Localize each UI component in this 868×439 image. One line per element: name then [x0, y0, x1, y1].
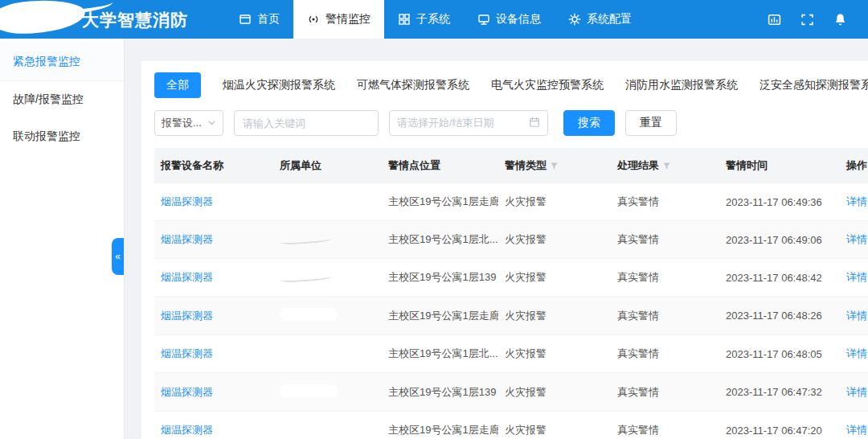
device-name-link[interactable]: 烟温探测器	[161, 347, 213, 359]
device-name-link[interactable]: 烟温探测器	[161, 195, 213, 207]
search-button[interactable]: 搜索	[563, 110, 615, 136]
table-row: 烟温探测器主校区19号公寓1层走廊4火灾报警真实警情2023-11-17 06:…	[154, 183, 868, 221]
device-name-link[interactable]: 烟温探测器	[161, 233, 213, 245]
device-name-link[interactable]: 烟温探测器	[161, 310, 213, 322]
location-cell: 主校区19号公寓1层走廊4	[388, 424, 498, 436]
column-label: 警情点位置	[388, 159, 440, 171]
device-icon	[477, 13, 490, 26]
grid-icon	[398, 13, 411, 26]
tab-0[interactable]: 全部	[154, 72, 201, 98]
column-header-5: 警情时间	[719, 148, 840, 183]
device-type-select[interactable]: 报警设...	[154, 110, 223, 136]
alarm-time-cell: 2023-11-17 06:47:20	[726, 425, 822, 437]
nav-item-2[interactable]: 子系统	[384, 0, 464, 39]
calendar-icon	[529, 117, 540, 130]
filter-bar: 报警设... 请选择开始/结束日期 搜索 重置	[154, 110, 868, 136]
alarm-type-cell: 火灾报警	[505, 271, 547, 283]
column-label: 报警设备名称	[161, 159, 223, 171]
tab-4[interactable]: 消防用水监测报警系统	[625, 72, 738, 98]
sidebar: 紧急报警监控故障/报警监控联动报警监控	[0, 39, 125, 439]
reset-button[interactable]: 重置	[625, 110, 677, 136]
detail-link[interactable]: 详情	[846, 271, 867, 283]
main-content: 全部烟温火灾探测报警系统可燃气体探测报警系统电气火灾监控预警系统消防用水监测报警…	[125, 39, 868, 439]
unit-cell	[273, 373, 382, 412]
column-header-4: 处理结果	[611, 148, 719, 183]
location-cell: 主校区19号公寓1层走廊4	[388, 195, 498, 207]
location-cell: 主校区19号公寓1层北...	[388, 347, 498, 359]
device-name-link[interactable]: 烟温探测器	[161, 271, 213, 283]
alarm-type-cell: 火灾报警	[505, 195, 547, 207]
unit-cell	[273, 412, 382, 439]
detail-link[interactable]: 详情	[846, 310, 867, 322]
table-row: 烟温探测器主校区19号公寓1层139火灾报警真实警情2023-11-17 06:…	[154, 259, 868, 297]
alarm-type-cell: 火灾报警	[505, 310, 547, 322]
table-row: 烟温探测器主校区19号公寓1层走廊4火灾报警真实警情2023-11-17 06:…	[154, 297, 868, 335]
sidebar-item-2[interactable]: 联动报警监控	[0, 118, 124, 155]
alarm-time-cell: 2023-11-17 06:49:06	[726, 234, 822, 246]
table-row: 烟温探测器主校区19号公寓1层北...火灾报警真实警情2023-11-17 06…	[154, 221, 868, 259]
alarm-monitor-card: 全部烟温火灾探测报警系统可燃气体探测报警系统电气火灾监控预警系统消防用水监测报警…	[141, 61, 868, 439]
sidebar-collapse-button[interactable]: «	[112, 238, 124, 275]
nav-item-label: 系统配置	[587, 12, 632, 27]
tab-3[interactable]: 电气火灾监控预警系统	[491, 72, 604, 98]
device-name-link[interactable]: 烟温探测器	[161, 386, 213, 398]
bell-icon[interactable]	[833, 13, 847, 27]
column-label: 处理结果	[617, 159, 659, 171]
nav-item-0[interactable]: 首页	[225, 0, 293, 39]
sidebar-item-1[interactable]: 故障/报警监控	[0, 81, 124, 118]
date-range-input[interactable]: 请选择开始/结束日期	[389, 110, 548, 136]
redaction-mark	[280, 308, 338, 321]
location-cell: 主校区19号公寓1层139	[388, 386, 496, 398]
sidebar-item-0[interactable]: 紧急报警监控	[0, 43, 124, 81]
unit-cell	[273, 183, 382, 221]
alarm-time-cell: 2023-11-17 06:48:42	[726, 272, 822, 284]
dashboard-icon[interactable]	[768, 13, 781, 27]
handle-result-cell: 真实警情	[617, 195, 659, 207]
alarm-table: 报警设备名称所属单位警情点位置警情类型处理结果警情时间操作 烟温探测器主校区19…	[154, 148, 868, 439]
detail-link[interactable]: 详情	[846, 386, 867, 398]
column-label: 所属单位	[280, 159, 321, 171]
detail-link[interactable]: 详情	[846, 424, 867, 436]
nav-item-3[interactable]: 设备信息	[464, 0, 555, 39]
detail-link[interactable]: 详情	[846, 195, 867, 207]
column-header-3: 警情类型	[498, 148, 611, 183]
alarm-time-cell: 2023-11-17 06:48:26	[726, 310, 822, 322]
alarm-time-cell: 2023-11-17 06:48:05	[726, 348, 822, 360]
handle-result-cell: 真实警情	[617, 233, 659, 245]
table-row: 烟温探测器主校区19号公寓1层走廊4火灾报警真实警情2023-11-17 06:…	[154, 412, 868, 439]
nav-item-4[interactable]: 系统配置	[555, 0, 645, 39]
tab-5[interactable]: 泛安全感知探测报警系统	[760, 72, 868, 98]
column-header-6: 操作	[840, 148, 868, 183]
detail-link[interactable]: 详情	[846, 233, 867, 245]
nav-item-label: 警情监控	[326, 12, 371, 27]
tab-2[interactable]: 可燃气体探测报警系统	[357, 72, 469, 98]
unit-cell	[273, 297, 382, 335]
redaction-mark	[280, 233, 332, 244]
handle-result-cell: 真实警情	[617, 347, 659, 359]
table-body: 烟温探测器主校区19号公寓1层走廊4火灾报警真实警情2023-11-17 06:…	[154, 183, 868, 439]
header-right-icons	[768, 13, 868, 27]
device-type-select-value: 报警设...	[162, 116, 202, 130]
broadcast-icon	[307, 13, 320, 26]
home-icon	[239, 13, 252, 26]
fullscreen-icon[interactable]	[800, 13, 814, 27]
date-range-placeholder: 请选择开始/结束日期	[397, 116, 494, 130]
tab-1[interactable]: 烟温火灾探测报警系统	[223, 72, 335, 98]
redaction-mark	[280, 384, 338, 397]
alarm-time-cell: 2023-11-17 06:49:36	[726, 196, 822, 208]
nav-item-label: 子系统	[416, 12, 450, 27]
alarm-type-cell: 火灾报警	[505, 424, 547, 436]
funnel-icon[interactable]	[659, 159, 671, 171]
gear-icon	[568, 13, 581, 26]
column-header-1: 所属单位	[273, 148, 382, 183]
column-header-0: 报警设备名称	[154, 148, 273, 183]
device-name-link[interactable]: 烟温探测器	[161, 424, 213, 436]
location-cell: 主校区19号公寓1层走廊4	[388, 310, 498, 322]
top-nav: 首页警情监控子系统设备信息系统配置	[225, 0, 645, 39]
funnel-icon[interactable]	[547, 159, 559, 171]
nav-item-1[interactable]: 警情监控	[293, 0, 384, 39]
keyword-input[interactable]	[234, 110, 379, 136]
detail-link[interactable]: 详情	[846, 347, 867, 359]
alarm-type-cell: 火灾报警	[505, 347, 547, 359]
table-row: 烟温探测器主校区19号公寓1层北...火灾报警真实警情2023-11-17 06…	[154, 335, 868, 373]
